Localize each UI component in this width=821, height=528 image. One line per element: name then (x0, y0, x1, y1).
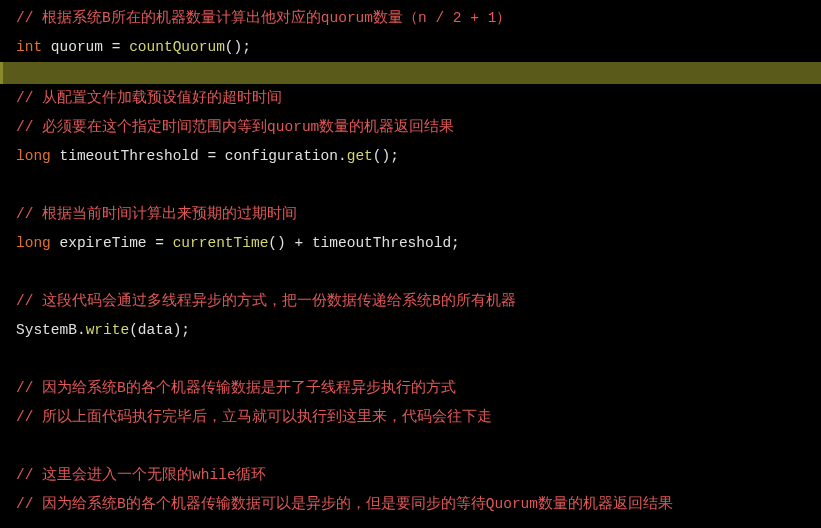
operator: + (294, 235, 303, 251)
type-keyword: int (16, 39, 42, 55)
code-line-statement: SystemB.write(data); (16, 316, 805, 345)
code-line-comment: // 从配置文件加载预设值好的超时时间 (16, 84, 805, 113)
comment-text: // 因为给系统B的各个机器传输数据可以是异步的，但是要同步的等待Quorum数… (16, 496, 673, 512)
function-call: get (347, 148, 373, 164)
identifier: timeoutThreshold (60, 148, 199, 164)
comment-text: // 根据系统B所在的机器数量计算出他对应的quorum数量（n / 2 + 1… (16, 10, 511, 26)
code-line-comment: // 因为给系统B的各个机器传输数据可以是异步的，但是要同步的等待Quorum数… (16, 490, 805, 519)
type-keyword: long (16, 235, 51, 251)
function-call: write (86, 322, 130, 338)
identifier: quorum (51, 39, 103, 55)
object-ref: SystemB (16, 322, 77, 338)
code-line-empty (16, 345, 805, 374)
comment-text: // 这里会进入一个无限的while循环 (16, 467, 266, 483)
function-call: countQuorum (129, 39, 225, 55)
argument: data (138, 322, 173, 338)
comment-text: // 所以上面代码执行完毕后，立马就可以执行到这里来，代码会往下走 (16, 409, 492, 425)
code-line-comment: // 这里会进入一个无限的while循环 (16, 461, 805, 490)
type-keyword: long (16, 148, 51, 164)
code-line-comment: // 所以上面代码执行完毕后，立马就可以执行到这里来，代码会往下走 (16, 403, 805, 432)
operator: = (207, 148, 216, 164)
comment-text: // 从配置文件加载预设值好的超时时间 (16, 90, 282, 106)
identifier: timeoutThreshold (312, 235, 451, 251)
identifier: expireTime (60, 235, 147, 251)
comment-text: // 根据当前时间计算出来预期的过期时间 (16, 206, 297, 222)
code-line-empty (16, 258, 805, 287)
comment-text: // 必须要在这个指定时间范围内等到quorum数量的机器返回结果 (16, 119, 454, 135)
code-line-statement: long expireTime = currentTime() + timeou… (16, 229, 805, 258)
comment-text: // 这段代码会通过多线程异步的方式，把一份数据传递给系统B的所有机器 (16, 293, 516, 309)
code-line-comment: // 根据当前时间计算出来预期的过期时间 (16, 200, 805, 229)
code-line-comment: // 根据系统B所在的机器数量计算出他对应的quorum数量（n / 2 + 1… (16, 4, 805, 33)
punctuation: (); (373, 148, 399, 164)
code-line-comment: // 必须要在这个指定时间范围内等到quorum数量的机器返回结果 (16, 113, 805, 142)
punctuation: (); (225, 39, 251, 55)
cursor-highlight-line[interactable] (0, 62, 821, 84)
object-ref: configuration (225, 148, 338, 164)
code-line-statement: int quorum = countQuorum(); (16, 33, 805, 62)
code-line-comment: // 这段代码会通过多线程异步的方式，把一份数据传递给系统B的所有机器 (16, 287, 805, 316)
comment-text: // 因为给系统B的各个机器传输数据是开了子线程异步执行的方式 (16, 380, 456, 396)
code-line-empty (16, 432, 805, 461)
function-call: currentTime (173, 235, 269, 251)
operator: = (155, 235, 164, 251)
code-line-comment: // 因为给系统B的各个机器传输数据是开了子线程异步执行的方式 (16, 374, 805, 403)
code-line-empty (16, 171, 805, 200)
code-line-statement: long timeoutThreshold = configuration.ge… (16, 142, 805, 171)
